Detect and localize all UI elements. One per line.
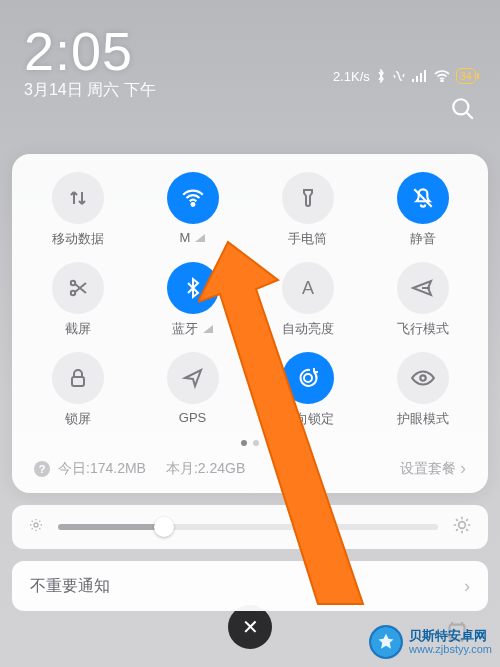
mobile-data-icon <box>52 172 104 224</box>
gps-icon <box>167 352 219 404</box>
close-button[interactable]: ✕ <box>228 605 272 649</box>
svg-point-15 <box>34 523 38 527</box>
usage-month-val: 2.24GB <box>198 460 245 476</box>
signal-icon <box>195 234 205 242</box>
brightness-track[interactable] <box>58 524 438 530</box>
signal-icon <box>203 325 213 333</box>
svg-point-10 <box>70 291 74 295</box>
svg-rect-1 <box>416 76 418 82</box>
tile-label: 方向锁定 <box>282 410 334 428</box>
plan-settings-label: 设置套餐 <box>400 460 456 478</box>
svg-point-9 <box>70 281 74 285</box>
flashlight-icon <box>282 172 334 224</box>
data-usage-row[interactable]: ? 今日:174.2MB 本月:2.24GB 设置套餐 › <box>20 452 480 483</box>
tile-airplane[interactable]: 飞行模式 <box>365 262 480 338</box>
svg-rect-0 <box>412 79 414 82</box>
svg-line-8 <box>414 189 431 206</box>
notification-group-label: 不重要通知 <box>30 576 110 597</box>
tile-wifi[interactable]: M <box>135 172 250 248</box>
clock-date: 3月14日 周六 下午 <box>24 80 156 101</box>
svg-text:A: A <box>301 278 313 298</box>
page-indicator <box>20 440 480 446</box>
battery-pct: 34 <box>460 70 472 82</box>
wifi-status-icon <box>434 70 450 82</box>
net-speed: 2.1K/s <box>333 69 370 84</box>
chevron-right-icon: › <box>460 458 466 479</box>
status-right: 2.1K/s 34 <box>333 20 476 126</box>
svg-point-13 <box>304 374 312 382</box>
svg-point-7 <box>191 203 194 206</box>
watermark-url: www.zjbstyy.com <box>409 643 492 655</box>
tile-label: GPS <box>179 410 206 425</box>
svg-point-16 <box>459 522 466 529</box>
search-icon[interactable] <box>450 96 476 126</box>
tile-flashlight[interactable]: 手电筒 <box>250 172 365 248</box>
tile-label: M <box>180 230 206 245</box>
tile-label: 蓝牙 <box>172 320 213 338</box>
wifi-icon <box>167 172 219 224</box>
chevron-right-icon: › <box>464 576 470 597</box>
tile-label: 自动亮度 <box>282 320 334 338</box>
tile-lock-screen[interactable]: 锁屏 <box>20 352 135 428</box>
clock-area: 2:05 3月14日 周六 下午 <box>24 20 156 126</box>
svg-point-4 <box>441 80 443 82</box>
tile-label: 护眼模式 <box>397 410 449 428</box>
clock-time: 2:05 <box>24 20 156 82</box>
brightness-thumb[interactable] <box>154 517 174 537</box>
cell-signal-icon <box>412 70 428 82</box>
usage-month-label: 本月: <box>166 460 198 476</box>
tile-label: 手电筒 <box>288 230 327 248</box>
page-dot <box>241 440 247 446</box>
bluetooth-icon <box>167 262 219 314</box>
svg-rect-3 <box>424 70 426 82</box>
tile-mute[interactable]: 静音 <box>365 172 480 248</box>
usage-today-val: 174.2MB <box>90 460 146 476</box>
lock-screen-icon <box>52 352 104 404</box>
watermark-title: 贝斯特安卓网 <box>409 629 492 643</box>
content-root: { "status": { "time": "2:05", "date": "3… <box>0 0 500 611</box>
tile-auto-bright[interactable]: A自动亮度 <box>250 262 365 338</box>
mute-icon <box>397 172 449 224</box>
svg-line-6 <box>466 112 473 119</box>
status-bar: 2:05 3月14日 周六 下午 2.1K/s 34 <box>0 0 500 134</box>
close-icon: ✕ <box>242 615 259 639</box>
tile-label: 移动数据 <box>52 230 104 248</box>
vibrate-icon <box>392 69 406 83</box>
svg-point-14 <box>420 375 425 380</box>
tile-label: 飞行模式 <box>397 320 449 338</box>
bluetooth-status-icon <box>376 69 386 83</box>
screenshot-icon <box>52 262 104 314</box>
tile-gps[interactable]: GPS <box>135 352 250 428</box>
brightness-low-icon <box>28 517 44 537</box>
tile-label: 锁屏 <box>65 410 91 428</box>
tile-label: 静音 <box>410 230 436 248</box>
tile-rotate-lock[interactable]: 方向锁定 <box>250 352 365 428</box>
tiles-grid: 移动数据M手电筒静音截屏蓝牙A自动亮度飞行模式锁屏GPS方向锁定护眼模式 <box>20 172 480 428</box>
tile-label: 截屏 <box>65 320 91 338</box>
info-icon: ? <box>34 461 50 477</box>
brightness-high-icon <box>452 515 472 539</box>
brightness-slider[interactable] <box>12 505 488 549</box>
watermark-logo-icon <box>369 625 403 659</box>
page-dot <box>253 440 259 446</box>
eye-care-icon <box>397 352 449 404</box>
tile-eye-care[interactable]: 护眼模式 <box>365 352 480 428</box>
tile-bluetooth[interactable]: 蓝牙 <box>135 262 250 338</box>
svg-rect-2 <box>420 73 422 82</box>
quick-settings-panel: 移动数据M手电筒静音截屏蓝牙A自动亮度飞行模式锁屏GPS方向锁定护眼模式 ? 今… <box>12 154 488 493</box>
watermark: 贝斯特安卓网 www.zjbstyy.com <box>369 625 492 659</box>
usage-today-label: 今日: <box>58 460 90 476</box>
airplane-icon <box>397 262 449 314</box>
svg-rect-12 <box>72 377 84 386</box>
tile-screenshot[interactable]: 截屏 <box>20 262 135 338</box>
rotate-lock-icon <box>282 352 334 404</box>
notification-group-row[interactable]: 不重要通知 › <box>12 561 488 611</box>
tile-mobile-data[interactable]: 移动数据 <box>20 172 135 248</box>
usage-left: ? 今日:174.2MB 本月:2.24GB <box>34 460 245 478</box>
svg-point-5 <box>453 99 468 114</box>
battery-indicator: 34 <box>456 68 476 84</box>
auto-bright-icon: A <box>282 262 334 314</box>
